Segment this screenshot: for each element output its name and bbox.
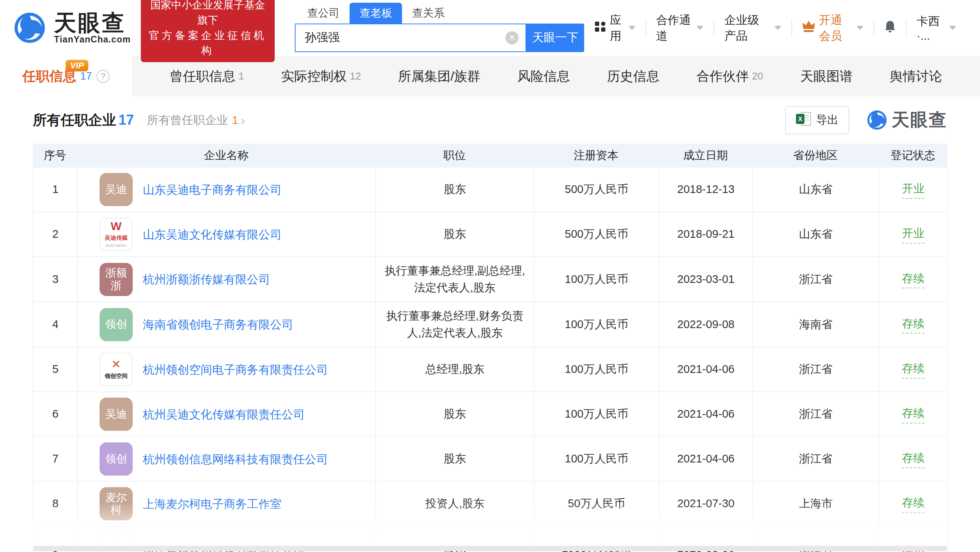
date-cell: 2021-04-06 — [659, 347, 753, 391]
tab-任职信息[interactable]: VIP任职信息17? — [0, 56, 132, 97]
tab-label: 合作伙伴 — [696, 68, 749, 85]
company-link[interactable]: 山东吴迪文化传媒有限公司 — [143, 226, 282, 243]
tab-所属集团/族群[interactable]: 所属集团/族群 — [398, 68, 480, 85]
capital-cell: 100万人民币 — [534, 302, 659, 347]
tianyancha-logo[interactable]: 天眼查 TianYanCha.com — [14, 11, 131, 45]
company-link[interactable]: 杭州吴迪文化传媒有限责任公司 — [143, 406, 305, 423]
nav-item-label: 合作通道 — [656, 12, 692, 44]
company-link[interactable]: 杭州领创信息网络科技有限责任公司 — [143, 450, 328, 468]
company-logo: W吴迪传媒WUDI MEDIA — [100, 218, 133, 251]
nav-item-label: 卡西·... — [917, 14, 945, 42]
nav-item-bell-icon[interactable] — [874, 20, 907, 37]
row-index: 4 — [34, 302, 78, 347]
excel-icon: X — [796, 112, 811, 129]
brand-domain: TianYanCha.com — [54, 34, 131, 45]
former-companies-link[interactable]: 所有曾任职企业 1 › — [147, 112, 245, 128]
table-row: 7 领创 杭州领创信息网络科技有限责任公司 股东 100万人民币 2021-04… — [33, 437, 947, 482]
horizontal-scrollbar[interactable] — [33, 546, 947, 551]
capital-cell: 100万人民币 — [534, 347, 659, 391]
capital-cell: 100万人民币 — [534, 257, 659, 301]
tab-count: 12 — [350, 70, 361, 82]
column-header: 省份地区 — [752, 148, 879, 163]
section-title: 所有任职企业 — [33, 111, 116, 130]
help-icon[interactable]: ? — [96, 70, 110, 83]
status-badge: 开业 — [902, 225, 924, 244]
status-badge: 存续 — [902, 270, 924, 289]
date-cell: 2018-12-13 — [659, 168, 753, 212]
table-body: 1 吴迪 山东吴迪电子商务有限公司 股东 500万人民币 2018-12-13 … — [33, 168, 947, 552]
tab-label: 舆情讨论 — [890, 68, 942, 85]
company-logo: ✕领创空间 — [100, 353, 133, 386]
nav-item-label: 应用 — [610, 12, 623, 44]
table-row: 3 浙额浙 杭州浙额浙传媒有限公司 执行董事兼总经理,副总经理,法定代表人,股东… — [33, 257, 947, 302]
nav-item-企业级产品[interactable]: 企业级产品 — [714, 20, 792, 37]
position-cell: 执行董事兼总经理,财务负责人,法定代表人,股东 — [376, 302, 534, 347]
capital-cell: 50万人民币 — [534, 482, 659, 526]
column-header: 成立日期 — [659, 148, 752, 163]
clear-search-icon[interactable]: ✕ — [505, 31, 519, 44]
province-cell: 浙江省 — [753, 392, 879, 436]
capital-cell: 500万人民币 — [534, 212, 659, 256]
brand-name: 天眼查 — [54, 11, 131, 35]
certification-badge-line1: 国家中小企业发展子基金旗下 — [149, 0, 267, 28]
tianyancha-eye-icon — [867, 110, 887, 130]
column-header: 登记状态 — [879, 148, 947, 163]
search-input-box[interactable]: ✕ — [295, 24, 526, 52]
section-count: 17 — [118, 112, 134, 128]
position-cell: 股东 — [376, 168, 534, 212]
nav-item-卡西·...[interactable]: 卡西·... — [907, 20, 966, 37]
search-input[interactable] — [305, 31, 505, 44]
tab-天眼图谱[interactable]: 天眼图谱 — [800, 68, 853, 85]
column-header: 注册资本 — [534, 148, 659, 163]
nav-item-合作通道[interactable]: 合作通道 — [646, 20, 715, 37]
search-tab-2[interactable]: 查关系 — [402, 3, 455, 24]
top-header: 天眼查 TianYanCha.com 国家中小企业发展子基金旗下 官方备案企业征… — [0, 0, 980, 56]
position-cell: 投资人,股东 — [376, 482, 534, 526]
capital-cell: 500万人民币 — [534, 168, 659, 212]
province-cell: 浙江省 — [753, 347, 879, 391]
export-button[interactable]: X 导出 — [785, 106, 849, 134]
tab-实际控制权[interactable]: 实际控制权12 — [281, 68, 361, 85]
tab-舆情讨论[interactable]: 舆情讨论 — [890, 68, 942, 85]
company-link[interactable]: 杭州领创空间电子商务有限责任公司 — [143, 361, 328, 378]
company-link[interactable]: 海南省领创电子商务有限公司 — [143, 316, 293, 333]
apps-grid-icon — [594, 21, 606, 35]
nav-item-label: 开通会员 — [819, 12, 852, 44]
company-link[interactable]: 杭州浙额浙传媒有限公司 — [143, 271, 270, 288]
position-cell: 执行董事兼总经理,副总经理,法定代表人,股东 — [376, 257, 534, 301]
status-badge: 开业 — [902, 180, 924, 199]
tab-label: 历史信息 — [607, 68, 659, 85]
position-cell: 股东 — [376, 392, 534, 436]
nav-item-应用[interactable]: 应用 — [584, 20, 646, 37]
company-logo: 浙额浙 — [100, 263, 133, 296]
table-row: 4 领创 海南省领创电子商务有限公司 执行董事兼总经理,财务负责人,法定代表人,… — [33, 302, 947, 347]
tab-label: 所属集团/族群 — [398, 68, 480, 85]
certification-badge: 国家中小企业发展子基金旗下 官方备案企业征信机构 — [141, 0, 275, 62]
search-button[interactable]: 天眼一下 — [526, 24, 584, 52]
status-badge: 存续 — [902, 405, 924, 423]
chevron-down-icon — [696, 26, 703, 30]
tab-历史信息[interactable]: 历史信息 — [607, 68, 659, 85]
tab-风险信息[interactable]: 风险信息 — [517, 68, 570, 85]
tab-合作伙伴[interactable]: 合作伙伴20 — [696, 68, 763, 85]
tab-曾任职信息[interactable]: 曾任职信息1 — [170, 68, 244, 85]
row-index: 5 — [34, 347, 78, 391]
search-tab-1[interactable]: 查老板 — [350, 3, 402, 24]
tab-label: 风险信息 — [517, 68, 570, 85]
province-cell: 山东省 — [753, 212, 879, 256]
date-cell: 2021-04-06 — [659, 437, 753, 481]
table-row: 1 吴迪 山东吴迪电子商务有限公司 股东 500万人民币 2018-12-13 … — [33, 168, 947, 212]
column-header: 职位 — [375, 148, 534, 163]
profile-tab-band: VIP任职信息17?曾任职信息1实际控制权12所属集团/族群风险信息历史信息合作… — [0, 56, 980, 97]
status-badge: 存续 — [902, 315, 924, 334]
company-link[interactable]: 上海麦尔柯电子商务工作室 — [143, 495, 282, 513]
search-tab-0[interactable]: 查公司 — [297, 3, 350, 24]
crown-icon — [802, 20, 815, 36]
date-cell: 2021-04-06 — [659, 392, 753, 436]
company-logo: 领创 — [100, 308, 133, 341]
company-link[interactable]: 山东吴迪电子商务有限公司 — [143, 181, 282, 198]
nav-item-开通会员[interactable]: 开通会员 — [792, 20, 874, 37]
tab-count: 20 — [752, 70, 763, 82]
position-cell: 股东 — [376, 212, 534, 256]
row-index: 6 — [34, 392, 78, 436]
